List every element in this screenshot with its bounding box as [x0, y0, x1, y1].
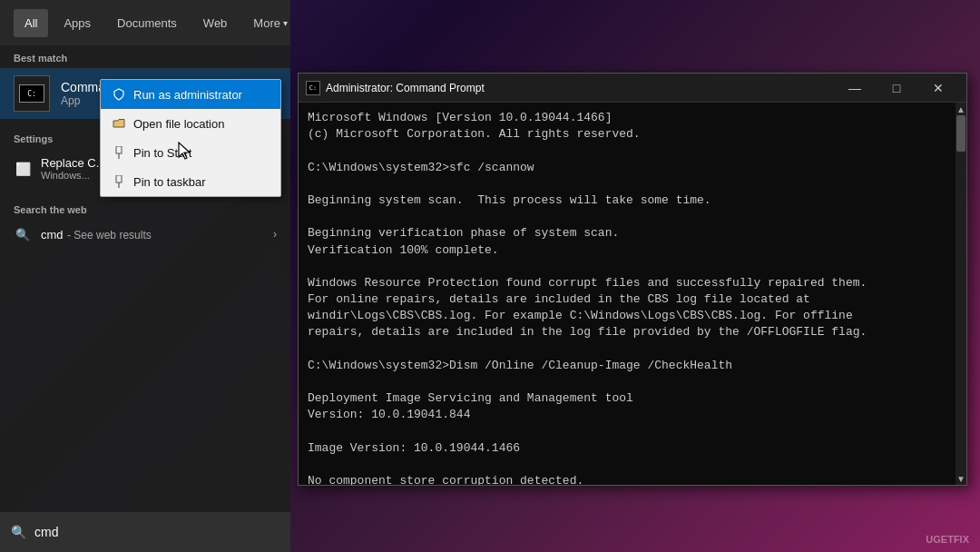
nav-tabs: All Apps Documents Web More ▾: [0, 0, 290, 45]
tab-apps[interactable]: Apps: [53, 9, 102, 37]
pin-to-taskbar-label: Pin to taskbar: [133, 175, 206, 189]
search-icon: 🔍: [9, 523, 27, 541]
cmd-titlebar: C: Administrator: Command Prompt — □ ✕: [299, 74, 966, 103]
monitor-icon: ⬜: [14, 160, 32, 178]
search-web-see-results: - See web results: [67, 229, 152, 242]
cmd-scrollbar[interactable]: ▲ ▼: [956, 103, 966, 485]
search-web-item[interactable]: 🔍 cmd - See web results ›: [0, 218, 290, 251]
terminal-icon: [19, 84, 44, 103]
search-input[interactable]: cmd: [34, 525, 281, 539]
cmd-content: Microsoft Windows [Version 10.0.19044.14…: [299, 103, 966, 485]
pin-start-icon: [112, 145, 126, 160]
best-match-label: Best match: [0, 45, 290, 68]
run-as-admin-label: Run as administrator: [133, 88, 242, 102]
context-menu: Run as administrator Open file location …: [100, 79, 281, 197]
close-button[interactable]: ✕: [917, 74, 959, 103]
pin-to-start-label: Pin to Start: [133, 146, 191, 160]
search-query: cmd: [41, 228, 64, 242]
cmd-icon: C:: [306, 81, 320, 95]
scroll-up-arrow[interactable]: ▲: [956, 103, 966, 115]
pin-taskbar-icon: [112, 174, 126, 189]
tab-all[interactable]: All: [14, 9, 48, 37]
open-file-location-label: Open file location: [133, 117, 224, 131]
chevron-down-icon: ▾: [283, 18, 288, 28]
settings-text: Replace C... Windows...: [41, 156, 106, 181]
search-web-arrow-icon: ›: [273, 228, 277, 241]
svg-rect-2: [116, 175, 122, 182]
cmd-controls: — □ ✕: [834, 74, 959, 103]
context-pin-taskbar[interactable]: Pin to taskbar: [101, 167, 280, 196]
search-web-section: Search the web 🔍 cmd - See web results ›: [0, 195, 290, 255]
folder-icon: [112, 116, 126, 131]
tab-web[interactable]: Web: [192, 9, 239, 37]
cmd-output: Microsoft Windows [Version 10.0.19044.14…: [308, 110, 957, 485]
cmd-window: C: Administrator: Command Prompt — □ ✕ M…: [298, 73, 967, 486]
settings-title: Replace C...: [41, 156, 106, 170]
maximize-button[interactable]: □: [876, 74, 917, 103]
context-run-as-admin[interactable]: Run as administrator: [101, 80, 280, 109]
context-open-file-location[interactable]: Open file location: [101, 109, 280, 138]
minimize-button[interactable]: —: [834, 74, 876, 103]
tab-more[interactable]: More ▾: [242, 9, 299, 37]
tab-documents[interactable]: Documents: [106, 9, 188, 37]
search-web-text-container: cmd - See web results: [41, 226, 152, 242]
scrollbar-thumb[interactable]: [956, 115, 965, 152]
watermark: UGETFIX: [926, 534, 969, 545]
context-pin-start[interactable]: Pin to Start: [101, 138, 280, 167]
shield-icon: [112, 87, 126, 102]
search-bar[interactable]: 🔍 cmd: [0, 512, 290, 552]
scroll-down-arrow[interactable]: ▼: [956, 472, 966, 485]
svg-rect-0: [116, 146, 122, 153]
cmd-title: Administrator: Command Prompt: [326, 82, 834, 94]
app-icon: [14, 75, 50, 112]
search-web-label: Search the web: [0, 200, 290, 218]
search-web-icon: 🔍: [14, 225, 32, 243]
settings-subtitle: Windows...: [41, 170, 106, 181]
